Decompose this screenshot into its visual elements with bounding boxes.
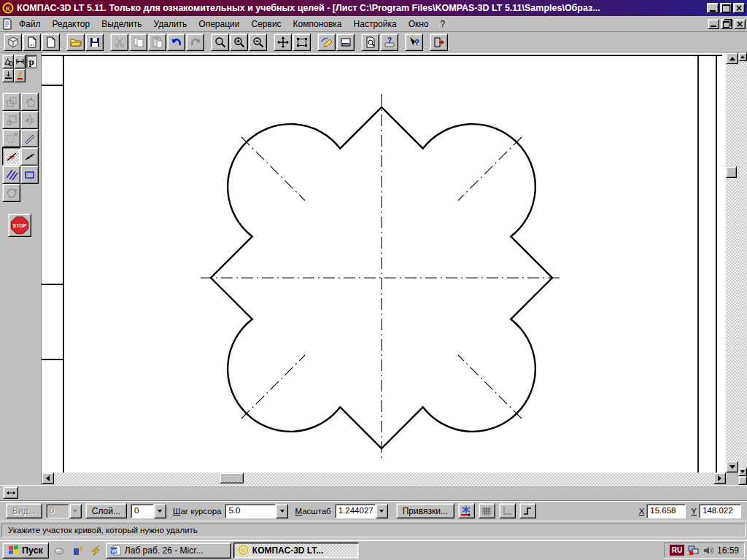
scroll-up-icon[interactable] [726,52,738,64]
horizontal-scroll-thumb[interactable] [220,472,244,483]
align-tool-button[interactable] [20,129,39,147]
layer-combo[interactable]: 0 [131,504,166,518]
trim-curve-tool-button[interactable] [2,147,20,166]
language-indicator[interactable]: RU [670,545,684,556]
scroll-right-icon[interactable] [713,472,726,484]
quick-launch-winamp-button[interactable] [88,542,104,559]
vertical-scroll-track[interactable] [726,64,738,461]
quick-launch-desktop-button[interactable] [51,542,67,559]
open-button[interactable] [66,34,85,51]
deform-tool-button[interactable] [2,129,20,147]
editing-panel-button[interactable]: p [26,55,37,69]
paste-button[interactable] [148,34,166,51]
x-coordinate-field[interactable]: 15.658 [646,504,686,518]
local-cs-toggle[interactable] [499,503,516,518]
stop-button[interactable]: STOP [8,214,31,237]
geometry-panel-button[interactable] [2,55,14,69]
speaker-icon[interactable] [703,545,713,556]
global-snaps-toggle[interactable] [458,503,475,518]
zoom-in-button[interactable] [230,34,248,51]
menu-window[interactable]: Окно [403,18,435,31]
measure-panel-button[interactable] [14,69,26,82]
split-curve-tool-button[interactable] [20,147,39,166]
panel-toggle-button[interactable] [336,34,355,51]
cut-button[interactable] [110,34,128,51]
menu-delete[interactable]: Удалить [148,18,193,31]
pan-button[interactable] [274,34,292,51]
dimensions-panel-button[interactable] [14,55,26,69]
y-coordinate-field[interactable]: 148.022 [699,504,741,518]
network-offline-icon[interactable] [688,545,700,556]
system-tray: RU 16:59 [664,542,745,559]
mdi-restore-icon[interactable] [721,19,732,29]
edge-page-button[interactable] [738,476,747,485]
exit-button[interactable] [430,34,448,51]
rotate-tool-button[interactable] [20,93,39,111]
scale-combo[interactable]: 1.244027 [335,504,388,518]
mdi-close-icon[interactable] [734,19,746,29]
copy-by-circle-tool-button[interactable] [2,184,20,202]
menu-settings[interactable]: Настройка [348,18,403,31]
task-word-document[interactable]: W Лаб раб. 26 - Micr... [106,542,231,559]
layer-button[interactable]: Слой... [85,503,127,518]
view-dropdown-icon[interactable] [69,504,82,518]
edge-scroll-down-icon[interactable] [738,467,747,476]
contour-tool-button[interactable] [20,166,39,184]
kompas-system-button[interactable] [4,34,22,51]
minimize-icon[interactable] [707,3,719,13]
menu-select[interactable]: Выделить [96,18,147,31]
menu-service[interactable]: Сервис [246,18,287,31]
copy-button[interactable] [129,34,147,51]
menu-layout[interactable]: Компоновка [287,18,348,31]
new-sheet-button[interactable] [42,34,60,51]
start-button[interactable]: Пуск [2,542,49,559]
horizontal-scroll-track[interactable] [54,472,713,485]
zoom-out-button[interactable] [249,34,267,51]
rosette-centerlines[interactable] [201,94,562,462]
zoom-window-button[interactable] [211,34,229,51]
menu-file[interactable]: Файл [13,18,47,31]
scale-tool-button[interactable] [2,111,20,129]
save-button[interactable] [85,34,104,51]
new-document-button[interactable] [23,34,41,51]
scroll-left-icon[interactable] [42,472,54,484]
ortho-toggle[interactable] [519,503,536,518]
redo-button[interactable] [186,34,204,51]
move-tool-button[interactable] [2,93,20,111]
undo-button[interactable] [167,34,185,51]
menu-operations[interactable]: Операции [193,18,245,31]
print-preview-button[interactable] [361,34,379,51]
vertical-scroll-thumb[interactable] [726,166,737,178]
mirror-tool-button[interactable] [20,111,39,129]
taskbar-clock[interactable]: 16:59 [717,545,739,556]
quick-draw-button[interactable] [317,34,336,51]
menu-help[interactable]: ? [435,18,452,31]
drawing-canvas[interactable] [42,52,726,472]
cursor-step-combo[interactable]: 5.0 [225,504,288,518]
grid-toggle[interactable] [479,503,495,518]
stop-label: STOP [13,223,27,228]
context-help-button[interactable]: ? [405,34,423,51]
quick-launch-icq-button[interactable]: 9 [69,542,85,559]
fit-page-button[interactable] [293,34,311,51]
snaps-button[interactable]: Привязки... [396,503,454,518]
close-icon[interactable] [733,3,745,13]
view-button[interactable]: Вид... [6,503,42,518]
parallel-lines-tool-button[interactable] [2,166,20,184]
task-kompas[interactable]: K КОМПАС-3D LT... [233,542,359,559]
mdi-minimize-icon[interactable] [708,19,719,29]
task-label: Лаб раб. 26 - Micr... [125,545,204,556]
view-combo[interactable]: 0 [46,504,82,518]
task-label: КОМПАС-3D LT... [252,545,323,556]
object-help-button[interactable]: ? [380,34,398,51]
cursor-step-dropdown-icon[interactable] [276,504,288,518]
maximize-icon[interactable] [720,3,732,13]
scale-dropdown-icon[interactable] [376,504,388,518]
edge-scroll-up-icon[interactable] [738,52,747,61]
splitter-button[interactable] [3,486,18,499]
clipboard-icon [152,36,163,48]
menu-editor[interactable]: Редактор [47,18,96,31]
scroll-down-icon[interactable] [726,461,738,472]
layer-dropdown-icon[interactable] [154,504,166,518]
symbols-panel-button[interactable] [2,69,14,82]
